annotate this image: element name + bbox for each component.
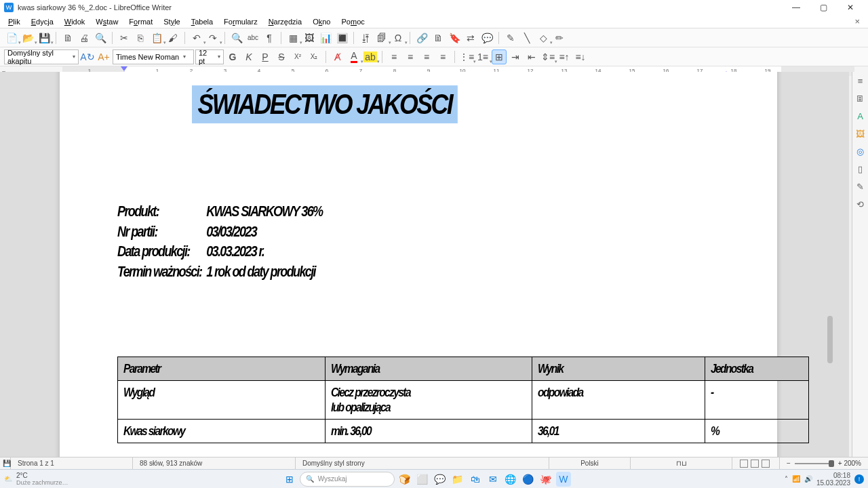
taskbar-mail[interactable]: ✉ <box>486 472 500 487</box>
shapes-button[interactable]: ◇ <box>536 30 551 45</box>
save-button[interactable]: 💾 <box>37 30 52 45</box>
bold-button[interactable]: G <box>225 49 240 64</box>
italic-button[interactable]: K <box>241 49 256 64</box>
draw-button[interactable]: ✏ <box>552 30 567 45</box>
status-language[interactable]: Polski <box>549 458 631 469</box>
taskbar-writer[interactable]: W <box>556 472 571 487</box>
underline-button[interactable]: P <box>258 49 273 64</box>
system-tray[interactable]: ˄ 📶 🔊 08:18 15.03.2023 ! <box>785 472 864 487</box>
highlight-button[interactable]: ab <box>363 49 378 64</box>
quality-table[interactable]: Parametr Wymagania Wynik Jednostka Wyglą… <box>117 357 809 443</box>
line-button[interactable]: ╲ <box>519 30 534 45</box>
align-center-button[interactable]: ≡ <box>403 49 418 64</box>
menu-style[interactable]: Style <box>158 16 185 27</box>
multi-page-view-icon[interactable] <box>751 460 759 468</box>
status-zoom[interactable]: − + 200% <box>780 458 868 469</box>
redo-button[interactable]: ↷ <box>205 30 220 45</box>
chart-button[interactable]: 📊 <box>318 30 333 45</box>
taskbar-app[interactable]: 🍞 <box>397 472 412 487</box>
menu-pomoc[interactable]: Pomoc <box>336 16 370 27</box>
status-words[interactable]: 88 słów, 913 znaków <box>133 458 296 469</box>
status-page[interactable]: Strona 1 z 1 <box>11 458 133 469</box>
open-button[interactable]: 📂 <box>20 30 35 45</box>
sidebar-gallery-icon[interactable]: 🖼 <box>854 127 867 140</box>
subscript-button[interactable]: X₂ <box>307 49 321 64</box>
tray-notification-icon[interactable]: ! <box>854 474 864 484</box>
font-name-combo[interactable]: Times New Roman ▾ <box>113 49 194 64</box>
clear-format-button[interactable]: A̸ <box>330 49 345 64</box>
increase-indent-button[interactable]: ⇥ <box>508 49 523 64</box>
scrollbar-thumb[interactable] <box>827 316 833 363</box>
sidebar-changes-icon[interactable]: ⟲ <box>854 198 867 210</box>
field-button[interactable]: 🗐 <box>374 30 389 45</box>
sidebar-navigator-icon[interactable]: ◎ <box>854 145 867 157</box>
tray-wifi-icon[interactable]: 📶 <box>792 475 800 483</box>
outline-button[interactable]: ⊞ <box>492 49 507 64</box>
taskbar-search[interactable]: 🔍 Wyszukaj <box>300 472 395 487</box>
increase-space-button[interactable]: ≡↑ <box>557 49 572 64</box>
tray-volume-icon[interactable]: 🔊 <box>804 475 812 483</box>
update-style-button[interactable]: A↻ <box>80 49 95 64</box>
tray-chevron-icon[interactable]: ˄ <box>785 475 788 483</box>
start-button[interactable]: ⊞ <box>282 472 297 487</box>
print-preview-button[interactable]: 🔍 <box>93 30 108 45</box>
status-view-buttons[interactable] <box>732 458 780 469</box>
taskbar-edge[interactable]: 🌐 <box>503 472 518 487</box>
sidebar-properties-icon[interactable]: 🗏 <box>854 92 867 104</box>
decrease-indent-button[interactable]: ⇤ <box>524 49 539 64</box>
table-button[interactable]: ▦ <box>285 30 300 45</box>
font-color-button[interactable]: A <box>347 49 361 64</box>
line-spacing-button[interactable]: ⇕≡ <box>540 49 555 64</box>
hyperlink-button[interactable]: 🔗 <box>414 30 429 45</box>
cut-button[interactable]: ✂ <box>117 30 132 45</box>
indent-marker-top[interactable] <box>121 66 127 71</box>
taskbar-store[interactable]: 🛍 <box>468 472 483 487</box>
document-page[interactable]: ŚWIADECTWO JAKOŚCI Produkt:KWAS SIARKOWY… <box>60 72 777 457</box>
book-view-icon[interactable] <box>762 460 770 468</box>
superscript-button[interactable]: X² <box>290 49 305 64</box>
menu-format[interactable]: Format <box>123 16 158 27</box>
decrease-space-button[interactable]: ≡↓ <box>573 49 588 64</box>
menu-edycja[interactable]: Edycja <box>26 16 59 27</box>
taskbar-explorer[interactable]: 📁 <box>450 472 465 487</box>
paragraph-style-combo[interactable]: Domyślny styl akapitu ▾ <box>4 49 79 64</box>
taskbar-github[interactable]: 🐙 <box>538 472 553 487</box>
menu-formularz[interactable]: Formularz <box>218 16 263 27</box>
menu-narzedzia[interactable]: Narzędzia <box>263 16 308 27</box>
zoom-slider[interactable] <box>795 463 834 464</box>
taskbar-weather[interactable]: ⛅ 2°C Duże zachmurze… <box>4 472 68 486</box>
document-workspace[interactable]: ŚWIADECTWO JAKOŚCI Produkt:KWAS SIARKOWY… <box>0 72 849 457</box>
cross-ref-button[interactable]: ⇄ <box>463 30 478 45</box>
zoom-in-icon[interactable]: + <box>838 460 842 467</box>
single-page-view-icon[interactable] <box>740 460 748 468</box>
status-save-icon[interactable]: 💾 <box>0 458 11 469</box>
spellcheck-button[interactable]: abc <box>245 30 260 45</box>
sidebar-settings-icon[interactable]: ≡ <box>854 75 867 87</box>
maximize-button[interactable]: ▢ <box>810 0 837 15</box>
formatting-marks-button[interactable]: ¶ <box>262 30 277 45</box>
sidebar-inspector-icon[interactable]: ✎ <box>854 180 867 192</box>
taskbar-chat[interactable]: 💬 <box>433 472 448 487</box>
bullet-list-button[interactable]: ⋮≡ <box>459 49 474 64</box>
document-close-button[interactable]: × <box>849 16 865 26</box>
document-title[interactable]: ŚWIADECTWO JAKOŚCI <box>192 85 458 123</box>
minimize-button[interactable]: — <box>783 0 810 15</box>
number-list-button[interactable]: 1≡ <box>475 49 490 64</box>
align-left-button[interactable]: ≡ <box>387 49 401 64</box>
image-button[interactable]: 🖼 <box>302 30 317 45</box>
menu-wstaw[interactable]: Wstaw <box>90 16 123 27</box>
status-insert-mode[interactable]: ⊓⊔ <box>631 458 732 469</box>
sidebar-styles-icon[interactable]: A <box>854 110 867 122</box>
page-break-button[interactable]: ⭿ <box>358 30 373 45</box>
menu-okno[interactable]: Okno <box>307 16 336 27</box>
sidebar-page-icon[interactable]: ▯ <box>854 163 867 175</box>
zoom-out-icon[interactable]: − <box>787 460 791 467</box>
close-button[interactable]: ✕ <box>837 0 864 15</box>
align-justify-button[interactable]: ≡ <box>435 49 450 64</box>
clone-format-button[interactable]: 🖌 <box>165 30 180 45</box>
track-changes-button[interactable]: ✎ <box>503 30 518 45</box>
print-button[interactable]: 🖨 <box>77 30 92 45</box>
undo-button[interactable]: ↶ <box>189 30 204 45</box>
font-size-combo[interactable]: 12 pt ▾ <box>195 49 224 64</box>
textbox-button[interactable]: 🔳 <box>334 30 349 45</box>
